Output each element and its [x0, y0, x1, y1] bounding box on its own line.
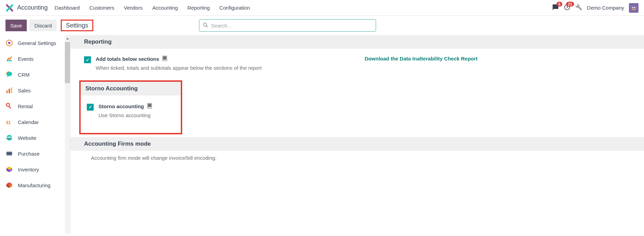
- svg-rect-11: [11, 88, 12, 93]
- nav-item-reporting[interactable]: Reporting: [187, 5, 210, 11]
- sidebar-item-inventory[interactable]: Inventory: [0, 161, 70, 177]
- option-title-storno: Storno accounting: [98, 103, 144, 109]
- checkbox-add-totals[interactable]: ✓: [84, 56, 91, 63]
- sidebar-item-manufacturing[interactable]: Manufacturing: [0, 177, 70, 193]
- download-inalterability-link[interactable]: Download the Data Inalterability Check R…: [365, 56, 478, 61]
- gear-hex-icon: [5, 39, 13, 47]
- svg-rect-38: [150, 104, 151, 105]
- sidebar-item-label: Events: [18, 56, 34, 62]
- search-box[interactable]: [199, 19, 376, 32]
- messages-badge: 6: [557, 2, 562, 7]
- building-icon: [147, 103, 152, 110]
- sidebar-item-crm[interactable]: CRM: [0, 67, 70, 82]
- svg-point-5: [203, 23, 207, 26]
- inventory-box-icon: [5, 166, 13, 173]
- svg-rect-41: [150, 105, 151, 106]
- user-avatar[interactable]: [629, 3, 639, 13]
- top-nav: Accounting Dashboard Customers Vendors A…: [0, 0, 644, 16]
- svg-rect-33: [164, 59, 165, 59]
- sidebar-item-label: General Settings: [18, 40, 56, 46]
- search-icon: [203, 22, 208, 29]
- messages-button[interactable]: 6: [552, 4, 559, 12]
- nav-menu: Dashboard Customers Vendors Accounting R…: [55, 5, 250, 11]
- section-body-reporting: ✓ Add totals below sections When ticked,…: [70, 49, 644, 79]
- calendar-icon: 31: [5, 118, 13, 126]
- svg-rect-39: [148, 105, 149, 106]
- building-icon: [162, 56, 167, 62]
- svg-rect-37: [149, 104, 150, 105]
- section-header-storno: Storno Accounting: [81, 82, 181, 95]
- sidebar-item-label: Manufacturing: [18, 182, 50, 188]
- firms-desc: Accounting firm mode will change invoice…: [70, 151, 644, 165]
- body: General Settings Events CRM Sales Rental…: [0, 35, 644, 234]
- settings-sidebar: General Settings Events CRM Sales Rental…: [0, 35, 70, 234]
- manufacturing-icon: [5, 181, 13, 189]
- app-name: Accounting: [17, 4, 48, 11]
- svg-point-8: [8, 42, 10, 44]
- sidebar-item-sales[interactable]: Sales: [0, 82, 70, 98]
- sidebar-item-label: Website: [18, 135, 36, 141]
- checkbox-storno[interactable]: ✓: [87, 104, 94, 111]
- settings-main: Reporting ✓ Add totals below sections Wh…: [70, 35, 644, 234]
- svg-rect-32: [163, 59, 164, 59]
- svg-point-3: [634, 7, 635, 8]
- check-icon: ✓: [89, 104, 92, 110]
- search-input[interactable]: [211, 23, 372, 29]
- sidebar-item-label: Rental: [18, 103, 33, 109]
- crm-icon: [5, 71, 13, 78]
- app-logo-icon: [5, 4, 14, 12]
- website-icon: [5, 134, 13, 142]
- sidebar-item-calendar[interactable]: 31 Calendar: [0, 114, 70, 130]
- nav-item-vendors[interactable]: Vendors: [124, 5, 143, 11]
- breadcrumb-settings: Settings: [61, 20, 93, 31]
- sidebar-item-label: Purchase: [18, 151, 39, 157]
- scroll-up-icon[interactable]: [65, 35, 70, 42]
- section-header-reporting: Reporting: [70, 35, 644, 49]
- sidebar-item-label: CRM: [18, 72, 30, 78]
- option-desc-storno: Use Storno accounting: [98, 112, 152, 120]
- svg-point-16: [7, 136, 12, 138]
- debug-icon[interactable]: [575, 4, 582, 12]
- svg-line-6: [206, 26, 208, 27]
- discard-button[interactable]: Discard: [30, 20, 57, 31]
- topnav-right: 6 21 Demo Company: [552, 3, 639, 13]
- sidebar-item-label: Sales: [18, 88, 31, 93]
- activities-badge: 21: [566, 2, 574, 7]
- sidebar-item-rental[interactable]: Rental: [0, 98, 70, 114]
- sales-icon: [5, 87, 13, 94]
- nav-item-configuration[interactable]: Configuration: [219, 5, 250, 11]
- check-icon: ✓: [86, 57, 90, 63]
- save-button[interactable]: Save: [5, 20, 27, 31]
- rental-key-icon: [5, 102, 13, 110]
- nav-item-dashboard[interactable]: Dashboard: [55, 5, 80, 11]
- svg-point-2: [632, 7, 633, 8]
- nav-item-accounting[interactable]: Accounting: [152, 5, 178, 11]
- events-icon: [5, 55, 13, 63]
- svg-rect-18: [7, 153, 12, 154]
- svg-rect-28: [165, 57, 166, 57]
- sidebar-item-purchase[interactable]: Purchase: [0, 146, 70, 161]
- svg-rect-4: [632, 9, 635, 10]
- sidebar-item-label: Calendar: [18, 119, 39, 125]
- purchase-icon: [5, 150, 13, 157]
- sidebar-scroll-track[interactable]: [65, 35, 70, 234]
- svg-rect-43: [149, 106, 150, 107]
- option-title-add-totals: Add totals below sections: [96, 56, 159, 62]
- option-desc-add-totals: When ticked, totals and subtotals appear…: [96, 64, 262, 72]
- svg-rect-40: [149, 105, 150, 106]
- svg-rect-9: [7, 90, 8, 93]
- sidebar-scrollbar-thumb[interactable]: [65, 42, 70, 83]
- sidebar-item-events[interactable]: Events: [0, 51, 70, 67]
- svg-rect-13: [8, 106, 11, 109]
- sidebar-item-general-settings[interactable]: General Settings: [0, 35, 70, 51]
- section-body-storno: ✓ Storno accounting Use Storno accountin…: [81, 95, 181, 120]
- sidebar-item-label: Inventory: [18, 167, 39, 172]
- section-header-firms: Accounting Firms mode: [70, 137, 644, 151]
- activities-button[interactable]: 21: [564, 4, 571, 12]
- svg-rect-44: [150, 106, 151, 107]
- svg-rect-30: [164, 58, 165, 58]
- company-selector[interactable]: Demo Company: [587, 5, 624, 11]
- sidebar-item-website[interactable]: Website: [0, 130, 70, 146]
- svg-rect-42: [148, 106, 149, 107]
- nav-item-customers[interactable]: Customers: [89, 5, 114, 11]
